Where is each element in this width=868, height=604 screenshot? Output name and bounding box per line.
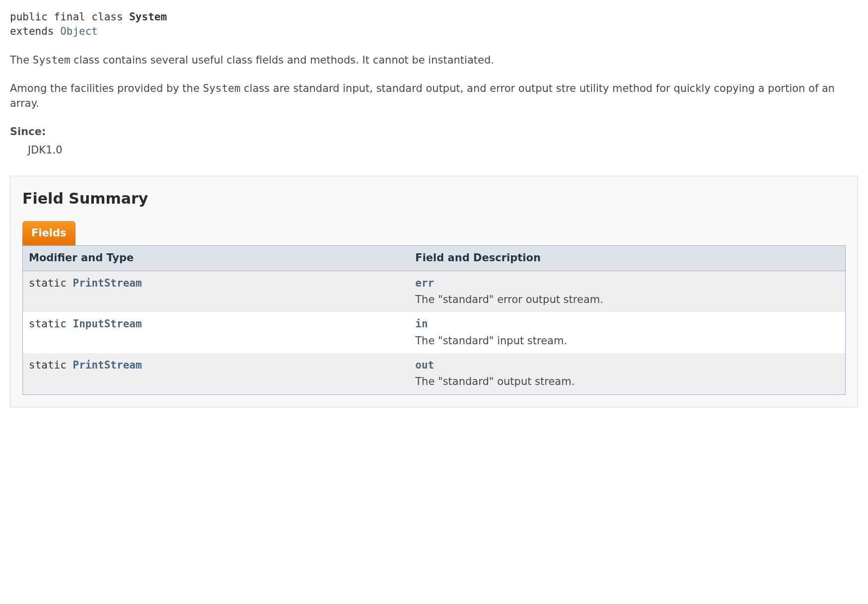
- description-para-1: The System class contains several useful…: [10, 53, 858, 68]
- modifier-text: static: [29, 359, 73, 371]
- table-row: static PrintStream out The "standard" ou…: [23, 353, 846, 394]
- since-value: JDK1.0: [28, 143, 858, 157]
- class-name: System: [129, 11, 167, 23]
- since-label: Since:: [10, 125, 858, 139]
- field-link-in[interactable]: in: [415, 318, 428, 330]
- description-para-2: Among the facilities provided by the Sys…: [10, 81, 858, 111]
- table-row: static InputStream in The "standard" inp…: [23, 312, 846, 353]
- type-link-inputstream[interactable]: InputStream: [73, 318, 142, 330]
- field-link-err[interactable]: err: [415, 277, 434, 289]
- extends-prefix: extends: [10, 25, 60, 37]
- column-header-field-description: Field and Description: [409, 246, 845, 271]
- field-description: The "standard" output stream.: [415, 375, 839, 389]
- field-summary-title: Field Summary: [22, 188, 846, 209]
- type-link-printstream[interactable]: PrintStream: [73, 359, 142, 371]
- field-desc-cell: err The "standard" error output stream.: [409, 271, 845, 312]
- modifier-type-cell: static PrintStream: [23, 271, 410, 312]
- inline-code-system: System: [203, 82, 240, 94]
- field-desc-cell: in The "standard" input stream.: [409, 312, 845, 353]
- modifier-type-cell: static PrintStream: [23, 353, 410, 394]
- inline-code-system: System: [33, 54, 71, 66]
- field-description: The "standard" error output stream.: [415, 293, 839, 307]
- type-link-printstream[interactable]: PrintStream: [73, 277, 142, 289]
- modifier-type-cell: static InputStream: [23, 312, 410, 353]
- field-summary-section: Field Summary Fields Modifier and Type F…: [10, 176, 858, 407]
- extends-link[interactable]: Object: [60, 25, 98, 37]
- signature-prefix: public final class: [10, 11, 129, 23]
- column-header-modifier-type: Modifier and Type: [23, 246, 410, 271]
- field-desc-cell: out The "standard" output stream.: [409, 353, 845, 394]
- fields-tab: Fields: [22, 221, 75, 245]
- field-link-out[interactable]: out: [415, 359, 434, 371]
- modifier-text: static: [29, 318, 73, 330]
- class-description: The System class contains several useful…: [10, 53, 858, 111]
- table-row: static PrintStream err The "standard" er…: [23, 271, 846, 312]
- field-description: The "standard" input stream.: [415, 334, 839, 348]
- modifier-text: static: [29, 277, 73, 289]
- class-signature: public final class System extends Object: [10, 10, 858, 39]
- fields-table: Modifier and Type Field and Description …: [22, 245, 846, 395]
